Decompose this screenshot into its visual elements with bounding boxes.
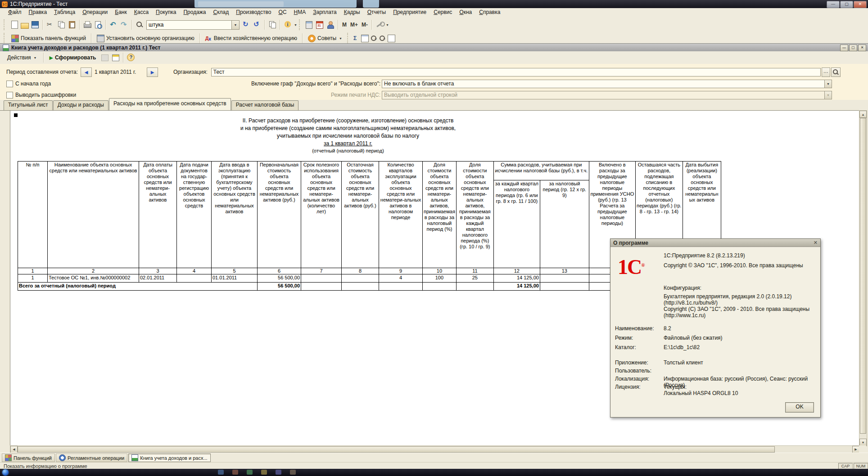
- menu-item-file[interactable]: Файл: [5, 9, 25, 16]
- menu-item-intangibles[interactable]: НМА: [290, 9, 310, 16]
- window-tab-income-book[interactable]: Книга учета доходов и расх...: [128, 454, 210, 462]
- memory-recall-button[interactable]: M: [340, 22, 348, 28]
- menu-item-enterprise[interactable]: Предприятие: [389, 9, 430, 16]
- doc-minimize-button[interactable]: —: [840, 45, 848, 51]
- menu-item-salary[interactable]: Зарплата: [309, 9, 340, 16]
- menu-item-reports[interactable]: Отчеты: [364, 9, 390, 16]
- menu-item-purchase[interactable]: Покупка: [152, 9, 180, 16]
- window-tab-scheduled-operations[interactable]: Регламентные операции: [56, 454, 127, 462]
- vertical-scrollbar-thumb[interactable]: [860, 118, 866, 434]
- info-icon[interactable]: [283, 20, 292, 29]
- include-columns-select[interactable]: Не включать в бланк отчета ▼: [382, 80, 832, 88]
- chevron-down-icon[interactable]: ▼: [231, 21, 239, 29]
- show-details-label[interactable]: Выводить расшифровки: [15, 92, 76, 98]
- menu-item-windows[interactable]: Окна: [456, 9, 475, 16]
- taskbar-app-icon[interactable]: [232, 470, 238, 475]
- minimize-button[interactable]: —: [827, 1, 840, 8]
- doc-close-button[interactable]: ✕: [858, 45, 866, 51]
- window-tab-function-panel[interactable]: Панель функций: [2, 454, 55, 462]
- scroll-down-icon[interactable]: ▼: [859, 439, 867, 446]
- table-settings-icon[interactable]: [361, 35, 369, 42]
- taskbar-app-icon[interactable]: [261, 470, 267, 475]
- help-icon[interactable]: [127, 53, 136, 62]
- menu-item-bank[interactable]: Банк: [111, 9, 130, 16]
- dialog-close-icon[interactable]: ✕: [814, 240, 818, 246]
- zoom-in-icon[interactable]: [371, 35, 377, 42]
- print-icon[interactable]: [83, 20, 92, 29]
- save-icon[interactable]: [32, 21, 39, 28]
- copy-icon[interactable]: [57, 20, 66, 29]
- memory-add-button[interactable]: M+: [348, 22, 360, 28]
- undo-icon[interactable]: [109, 20, 118, 29]
- user-icon[interactable]: [326, 20, 335, 29]
- open-search-icon[interactable]: [831, 67, 841, 77]
- close-button[interactable]: ✕: [854, 1, 867, 8]
- doc-restore-button[interactable]: ▢: [849, 45, 857, 51]
- tips-button[interactable]: Советы ▼: [305, 34, 346, 43]
- toolbar-grip[interactable]: [4, 33, 6, 44]
- open-icon[interactable]: [21, 23, 29, 29]
- from-year-label[interactable]: С начала года: [15, 81, 51, 87]
- update-value-icon[interactable]: [242, 20, 251, 29]
- sheet-icon[interactable]: [388, 35, 395, 42]
- maximize-button[interactable]: ▢: [840, 1, 853, 8]
- restore-value-icon[interactable]: [253, 20, 262, 29]
- units-combobox[interactable]: штука ▼: [146, 20, 240, 30]
- scroll-up-icon[interactable]: ▲: [859, 111, 867, 118]
- taskbar-app-icon[interactable]: [290, 470, 296, 475]
- dialog-titlebar[interactable]: О программе ✕: [610, 239, 820, 247]
- tab-tax-base[interactable]: Расчет налоговой базы: [231, 100, 299, 110]
- organization-input[interactable]: Тест: [211, 68, 821, 76]
- taskbar-app-icon[interactable]: [276, 470, 281, 475]
- menu-item-hr[interactable]: Кадры: [340, 9, 364, 16]
- menu-item-sale[interactable]: Продажа: [180, 9, 209, 16]
- generate-button[interactable]: ▶ Сформировать: [46, 54, 100, 62]
- taskbar-app-icon[interactable]: [218, 470, 224, 475]
- choose-button[interactable]: …: [822, 67, 830, 77]
- cut-icon[interactable]: [46, 20, 55, 29]
- copy-page-icon[interactable]: [268, 20, 277, 29]
- ok-button[interactable]: OK: [785, 402, 814, 413]
- calendar-icon[interactable]: [315, 20, 324, 29]
- search-icon[interactable]: [135, 20, 144, 29]
- chevron-down-icon[interactable]: ▼: [386, 23, 389, 27]
- tools-icon[interactable]: [375, 20, 384, 29]
- redo-icon[interactable]: [120, 20, 129, 29]
- chevron-down-icon[interactable]: ▼: [824, 80, 832, 88]
- show-details-checkbox[interactable]: [6, 92, 13, 99]
- menu-item-cash[interactable]: Касса: [131, 9, 152, 16]
- toolbar-grip[interactable]: [299, 19, 301, 30]
- menu-item-help[interactable]: Справка: [475, 9, 504, 16]
- totals-icon[interactable]: [353, 35, 359, 42]
- show-function-panel-button[interactable]: Показать панель функций: [8, 34, 89, 43]
- menu-item-edit[interactable]: Правка: [25, 9, 51, 16]
- tab-income-expenses[interactable]: Доходы и расходы: [53, 100, 108, 110]
- chevron-down-icon[interactable]: ▼: [294, 23, 297, 27]
- print-preview-icon[interactable]: [94, 20, 103, 29]
- horizontal-scrollbar-thumb[interactable]: [18, 446, 775, 453]
- taskbar-app-icon[interactable]: [247, 470, 253, 475]
- from-year-checkbox[interactable]: [6, 81, 13, 87]
- previous-period-button[interactable]: ◀: [81, 67, 92, 77]
- tab-title-page[interactable]: Титульный лист: [4, 100, 53, 110]
- section-marker[interactable]: [14, 113, 18, 117]
- calculator-icon[interactable]: [304, 20, 313, 29]
- menu-item-warehouse[interactable]: Склад: [210, 9, 233, 16]
- menu-item-table[interactable]: Таблица: [50, 9, 79, 16]
- enter-business-operation-button[interactable]: Ввести хозяйственную операцию: [202, 34, 300, 43]
- toolbar-grip[interactable]: [347, 33, 349, 44]
- zoom-out-icon[interactable]: [379, 35, 386, 42]
- set-main-organization-button[interactable]: Установить основную организацию: [94, 34, 198, 43]
- menu-item-fixed-assets[interactable]: ОС: [275, 9, 290, 16]
- tab-fixed-asset-expenses[interactable]: Расходы на приобретение основных средств: [109, 98, 231, 110]
- start-button[interactable]: [2, 469, 9, 476]
- vertical-scrollbar[interactable]: ▲ ▼: [859, 110, 867, 446]
- next-period-button[interactable]: ▶: [147, 67, 158, 77]
- toolbar-grip[interactable]: [4, 19, 6, 30]
- export-settings-icon[interactable]: [111, 53, 120, 62]
- paste-icon[interactable]: [68, 20, 77, 29]
- menu-item-operations[interactable]: Операции: [79, 9, 111, 16]
- scroll-left-icon[interactable]: ◀: [10, 446, 18, 453]
- memory-subtract-button[interactable]: M-: [360, 22, 370, 28]
- new-document-icon[interactable]: [11, 21, 18, 29]
